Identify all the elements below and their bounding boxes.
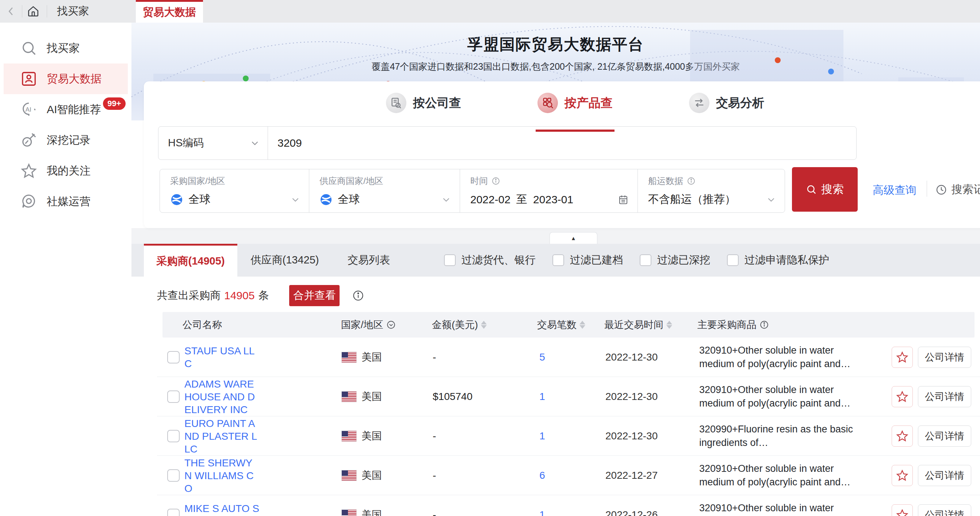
- tab-find-buyer[interactable]: 找买家: [40, 0, 106, 23]
- transaction-count-link[interactable]: 1: [530, 391, 555, 403]
- table-row: STAUF USA LLC 美国 - 5 2022-12-30 320910+O…: [157, 338, 980, 377]
- sidebar: 找买家 贸易大数据 AI AI智能推荐 99+ 深挖记录 我的关注 社媒运营: [0, 23, 132, 516]
- sidebar-item-dig-records[interactable]: 深挖记录: [0, 125, 132, 156]
- merge-view-button[interactable]: 合并查看: [289, 285, 340, 306]
- company-link[interactable]: MIKE S AUTO SUPPLIES: [185, 502, 259, 516]
- checkbox-filter-forwarders[interactable]: [444, 254, 456, 266]
- table-body: STAUF USA LLC 美国 - 5 2022-12-30 320910+O…: [157, 338, 980, 516]
- tab-suppliers[interactable]: 供应商(13425): [237, 244, 332, 276]
- company-detail-button[interactable]: 公司详情: [918, 426, 971, 447]
- buyer-country-select[interactable]: 采购国家/地区 全球: [159, 169, 309, 213]
- search-query-input[interactable]: 3209: [268, 127, 856, 159]
- date-range-picker[interactable]: 时间 2022-02 至 2023-01: [460, 169, 638, 213]
- company-detail-button[interactable]: 公司详情: [918, 504, 971, 516]
- divider: [927, 181, 927, 197]
- star-icon: [896, 351, 908, 364]
- company-link[interactable]: THE SHERWYN WILLIAMS CO: [185, 456, 259, 494]
- map-dot: [828, 68, 834, 75]
- favorite-star-button[interactable]: [892, 504, 913, 516]
- company-link[interactable]: ADAMS WAREHOUSE AND DELIVERY INC: [185, 377, 259, 416]
- checkbox-filter-archived[interactable]: [552, 254, 564, 266]
- sidebar-item-trade-big-data[interactable]: 贸易大数据: [4, 64, 128, 94]
- last-trade-date: 2022-12-30: [605, 430, 658, 442]
- search-history-link[interactable]: 搜索记录: [935, 182, 980, 197]
- info-icon[interactable]: [759, 320, 769, 330]
- company-detail-button[interactable]: 公司详情: [918, 386, 971, 407]
- favorite-star-button[interactable]: [892, 426, 913, 447]
- info-icon[interactable]: [353, 290, 364, 301]
- row-checkbox[interactable]: [167, 351, 180, 364]
- tab-transactions-list[interactable]: 交易列表: [336, 244, 402, 276]
- star-icon: [896, 469, 908, 482]
- sort-icons[interactable]: [579, 321, 585, 329]
- header-amount-usd[interactable]: 金额(美元): [432, 312, 487, 338]
- transaction-count-link[interactable]: 1: [530, 430, 555, 442]
- home-icon[interactable]: [26, 5, 40, 18]
- tab-trade-big-data[interactable]: 贸易大数据: [136, 0, 203, 23]
- query-input-group: HS编码 3209: [158, 126, 857, 160]
- company-link[interactable]: EURO PAINT AND PLASTER LLC: [185, 417, 259, 455]
- table-header: 公司名称 国家/地区 金额(美元) 交易笔数 最近交易时间 主要采购商品: [162, 312, 975, 338]
- header-transaction-count[interactable]: 交易笔数: [537, 312, 585, 338]
- star-icon: [896, 509, 908, 516]
- country-label: 美国: [361, 429, 382, 443]
- favorite-star-button[interactable]: [892, 465, 913, 486]
- favorite-star-button[interactable]: [892, 347, 913, 368]
- back-chevron-icon[interactable]: [5, 5, 18, 17]
- collapse-panel-button[interactable]: ▲: [549, 232, 597, 244]
- favorite-star-button[interactable]: [892, 386, 913, 407]
- search-button[interactable]: 搜索: [792, 167, 858, 212]
- row-checkbox[interactable]: [167, 469, 180, 482]
- row-checkbox[interactable]: [167, 430, 180, 442]
- tab-label: 供应商(13425): [251, 253, 319, 267]
- last-trade-date: 2022-12-30: [605, 351, 658, 363]
- sidebar-item-label: 找买家: [47, 41, 80, 56]
- checkbox-filter-dug[interactable]: [640, 254, 651, 266]
- tab-label: 采购商(14905): [157, 254, 225, 268]
- table-row: EURO PAINT AND PLASTER LLC 美国 - 1 2022-1…: [157, 416, 980, 456]
- sidebar-item-my-follows[interactable]: 我的关注: [0, 156, 132, 186]
- tab-buyers[interactable]: 采购商(14905): [144, 244, 237, 276]
- sidebar-item-social-media[interactable]: 社媒运营: [0, 186, 132, 217]
- sidebar-item-ai-recommend[interactable]: AI AI智能推荐 99+: [0, 94, 132, 125]
- last-trade-date: 2022-12-26: [605, 509, 658, 516]
- tab-trade-analysis[interactable]: 交易分析: [667, 89, 787, 116]
- row-checkbox[interactable]: [167, 391, 180, 403]
- chevron-down-icon: [441, 195, 451, 204]
- tab-label: 贸易大数据: [143, 5, 196, 20]
- company-link[interactable]: STAUF USA LLC: [185, 345, 259, 370]
- sort-icons[interactable]: [667, 321, 672, 329]
- tab-search-by-product[interactable]: 按产品查: [515, 89, 635, 116]
- filter-label: 时间: [470, 175, 488, 187]
- sort-icons[interactable]: [481, 321, 487, 329]
- notification-badge: 99+: [103, 97, 125, 110]
- header-country[interactable]: 国家/地区: [341, 312, 396, 338]
- ai-icon: AI: [21, 101, 37, 118]
- header-last-trade-date[interactable]: 最近交易时间: [604, 312, 672, 338]
- row-checkbox[interactable]: [167, 509, 180, 516]
- amount-value: -: [433, 509, 436, 516]
- date-separator: 至: [516, 192, 527, 207]
- company-detail-button[interactable]: 公司详情: [918, 347, 971, 368]
- star-icon: [896, 391, 908, 403]
- checkbox-label: 过滤申请隐私保护: [745, 253, 829, 267]
- product-search-icon: [538, 93, 558, 113]
- transaction-count-link[interactable]: 5: [530, 351, 555, 363]
- result-count: 14905: [224, 289, 255, 302]
- checkbox-filter-privacy[interactable]: [727, 254, 739, 266]
- company-search-icon: [386, 93, 406, 113]
- advanced-search-link[interactable]: 高级查询: [873, 183, 916, 198]
- transaction-count-link[interactable]: 6: [530, 470, 555, 481]
- shipping-data-select[interactable]: 船运数据 不含船运（推荐）: [638, 169, 785, 213]
- star-icon: [21, 162, 37, 179]
- tab-label: 找买家: [57, 4, 89, 19]
- company-detail-button[interactable]: 公司详情: [918, 465, 971, 486]
- clock-icon: [935, 184, 947, 195]
- tab-search-by-company[interactable]: 按公司查: [363, 89, 484, 116]
- supplier-country-select[interactable]: 供应商国家/地区 全球: [309, 169, 460, 213]
- amount-value: -: [433, 470, 436, 481]
- sidebar-item-find-buyer[interactable]: 找买家: [0, 33, 132, 64]
- transaction-count-link[interactable]: 1: [530, 509, 555, 516]
- chevron-down-icon: [291, 195, 300, 204]
- search-type-select[interactable]: HS编码: [159, 127, 268, 159]
